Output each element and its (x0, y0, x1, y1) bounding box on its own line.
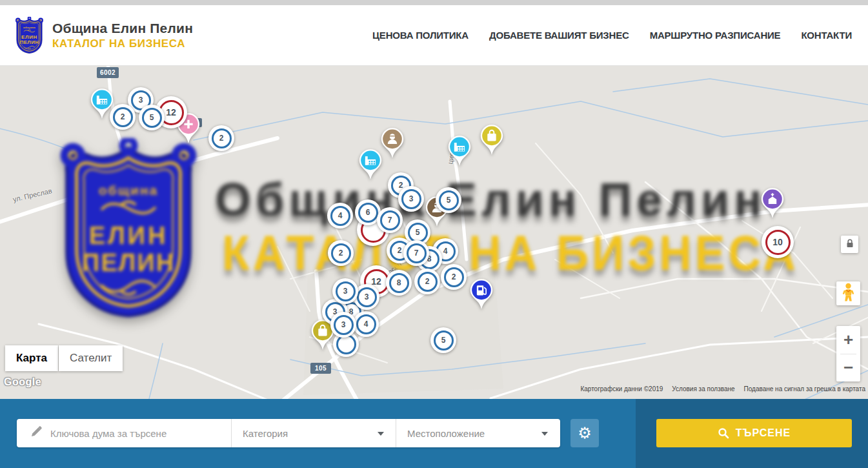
cluster-count: 2 (398, 246, 402, 255)
cluster-count: 12 (166, 107, 176, 117)
map-cluster-marker[interactable]: 4 (353, 311, 379, 337)
cluster-count: 3 (365, 292, 369, 301)
map-cluster-marker[interactable]: 5 (430, 327, 456, 353)
chevron-down-icon (378, 432, 384, 436)
chevron-down-icon (541, 432, 548, 436)
zoom-out-button[interactable]: − (836, 354, 860, 382)
google-logo[interactable]: Google (4, 376, 41, 388)
cluster-count: 3 (139, 96, 143, 105)
location-select-value: Местоположение (407, 428, 485, 439)
search-button[interactable]: ТЪРСЕНЕ (656, 419, 852, 447)
cluster-count: 5 (441, 336, 446, 345)
map-cluster-marker[interactable]: 7 (377, 207, 403, 233)
map-cluster-marker[interactable]: 5 (139, 105, 165, 130)
nav-item-0[interactable]: ЦЕНОВА ПОЛИТИКА (372, 30, 469, 41)
lock-pan-button[interactable] (841, 236, 858, 253)
map-canvas[interactable]: 6002105 ул. Преславбул. „Новоселция общи… (0, 66, 868, 399)
municipality-shield-icon: община ЕЛИН ПЕЛИН (14, 17, 45, 54)
map-pin-worker[interactable] (379, 127, 406, 161)
cluster-count: 2 (452, 272, 456, 281)
site-header: община ЕЛИН ПЕЛИН Община Елин Пелин КАТА… (0, 5, 868, 66)
map-cluster-marker[interactable]: 3 (398, 186, 424, 212)
cluster-count: 7 (388, 216, 392, 225)
cluster-count: 2 (339, 249, 343, 258)
nav-item-2[interactable]: МАРШРУТНО РАЗПИСАНИЕ (650, 30, 781, 41)
map-cluster-marker[interactable]: 2 (441, 264, 467, 290)
map-pin-fuel[interactable] (468, 278, 495, 312)
pencil-icon (30, 425, 43, 441)
main-nav: ЦЕНОВА ПОЛИТИКАДОБАВЕТЕ ВАШИЯТ БИЗНЕСМАР… (372, 30, 852, 41)
category-select[interactable]: Категория (232, 419, 396, 447)
map-cluster-marker[interactable]: 4 (327, 203, 353, 229)
site-title: Община Елин Пелин (52, 21, 193, 36)
cluster-count: 5 (150, 113, 154, 122)
cluster-count: 6 (366, 208, 370, 217)
zoom-in-button[interactable]: + (836, 326, 860, 354)
site-subtitle: КАТАЛОГ НА БИЗНЕСА (52, 37, 193, 50)
map-cluster-marker[interactable]: 2 (328, 240, 354, 266)
cluster-count: 2 (121, 112, 125, 121)
cluster-count: 3 (409, 194, 414, 203)
map-type-satellite-button[interactable]: Сателит (59, 345, 123, 371)
nav-item-1[interactable]: ДОБАВЕТЕ ВАШИЯТ БИЗНЕС (489, 30, 629, 41)
search-submit-panel: ТЪРСЕНЕ (636, 399, 868, 468)
cluster-count: 4 (364, 320, 368, 329)
cluster-count: 8 (397, 278, 401, 287)
site-logo[interactable]: община ЕЛИН ПЕЛИН Община Елин Пелин КАТА… (14, 17, 193, 54)
search-bar: Категория Местоположение ⚙ ТЪРСЕНЕ (0, 399, 868, 468)
cluster-count: 2 (219, 134, 224, 143)
map-pin-bag[interactable] (478, 123, 505, 158)
pegman-icon (842, 283, 855, 305)
map-type-map-button[interactable]: Карта (5, 345, 58, 371)
cluster-count: 4 (443, 247, 448, 256)
map-cluster-marker[interactable]: 2 (208, 125, 234, 151)
svg-text:ПЕЛИН: ПЕЛИН (20, 39, 39, 45)
zoom-control: + − (836, 326, 860, 382)
cluster-count: 4 (338, 211, 343, 220)
keyword-search-input[interactable] (50, 428, 212, 439)
attribution-link[interactable]: Условия за ползване (672, 385, 734, 392)
cluster-count: 3 (341, 320, 346, 329)
search-icon (718, 427, 729, 439)
search-button-label: ТЪРСЕНЕ (736, 427, 791, 439)
map-attribution: Картографски данни ©2019Условия за ползв… (580, 385, 865, 392)
top-strip (0, 0, 868, 5)
map-cluster-marker[interactable]: 5 (436, 187, 461, 213)
svg-text:ЕЛИН: ЕЛИН (21, 34, 37, 39)
gear-icon: ⚙ (578, 424, 592, 442)
map-pin-church[interactable] (759, 187, 786, 221)
map-cluster-marker[interactable]: 3 (332, 278, 358, 304)
page: община ЕЛИН ПЕЛИН Община Елин Пелин КАТА… (0, 0, 868, 468)
padlock-icon (844, 238, 856, 252)
street-view-pegman-button[interactable] (836, 281, 860, 305)
map-cluster-marker[interactable]: 3 (330, 312, 356, 338)
nav-item-3[interactable]: КОНТАКТИ (801, 30, 852, 41)
map-pin-factory[interactable] (446, 134, 473, 169)
cluster-count: 10 (772, 237, 783, 247)
cluster-count: 5 (447, 196, 451, 205)
cluster-count: 2 (425, 277, 430, 286)
search-controls: Категория Местоположение (17, 419, 560, 447)
attribution-text: Картографски данни ©2019 (580, 385, 663, 392)
brand-text: Община Елин Пелин КАТАЛОГ НА БИЗНЕСА (52, 21, 193, 50)
advanced-search-button[interactable]: ⚙ (570, 419, 599, 447)
attribution-link[interactable]: Подаване на сигнал за грешка в картата (744, 385, 865, 392)
cluster-count: 3 (343, 287, 348, 296)
cluster-count: 5 (416, 228, 420, 237)
location-select[interactable]: Местоположение (396, 419, 560, 447)
map-cluster-marker[interactable]: 10 (762, 226, 794, 258)
map-markers-layer: 12325223546752248712822843333510 (0, 66, 868, 399)
svg-text:община: община (23, 26, 35, 29)
map-cluster-marker[interactable]: 2 (414, 269, 440, 294)
map-type-control: Карта Сателит (5, 345, 123, 371)
map-cluster-marker[interactable]: 7 (403, 240, 429, 266)
map-pin-factory[interactable] (88, 87, 116, 122)
map-cluster-marker[interactable]: 8 (386, 270, 412, 296)
cluster-count: 7 (414, 249, 419, 258)
keyword-field-wrap (17, 419, 232, 447)
category-select-value: Категория (243, 428, 288, 439)
